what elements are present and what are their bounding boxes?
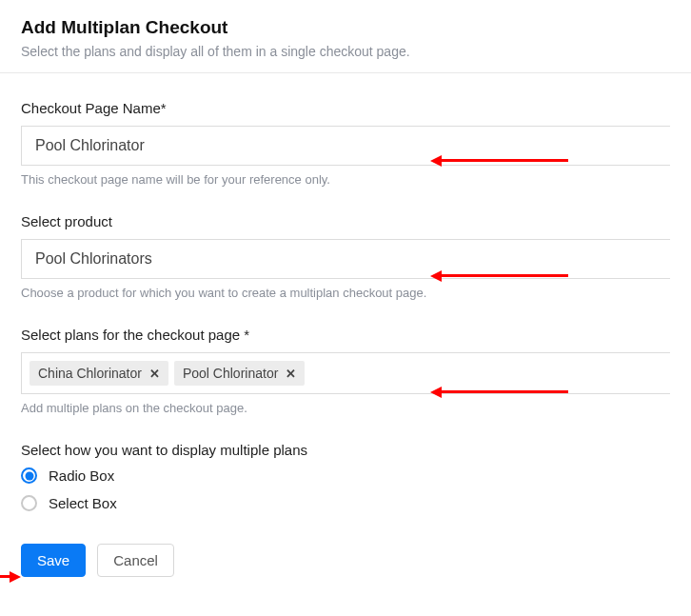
checkout-page-name-input[interactable]: [21, 126, 670, 166]
field-checkout-page-name: Checkout Page Name* This checkout page n…: [21, 100, 670, 187]
save-button[interactable]: Save: [21, 544, 86, 577]
plans-tag-input[interactable]: China Chlorinator ✕ Pool Chlorinator ✕: [21, 352, 670, 394]
annotation-arrow-icon: [0, 575, 11, 578]
page-header: Add Multiplan Checkout Select the plans …: [0, 0, 691, 72]
radio-option-radio-box[interactable]: Radio Box: [21, 467, 670, 484]
radio-option-label: Radio Box: [49, 467, 114, 484]
plan-tag: Pool Chlorinator ✕: [174, 361, 305, 386]
display-mode-label: Select how you want to display multiple …: [21, 442, 670, 458]
page-subtitle: Select the plans and display all of them…: [21, 44, 670, 59]
remove-tag-icon[interactable]: ✕: [149, 367, 160, 381]
field-select-plans: Select plans for the checkout page * Chi…: [21, 327, 670, 415]
display-mode-radio-group: Radio Box Select Box: [21, 467, 670, 511]
checkout-page-name-help: This checkout page name will be for your…: [21, 172, 670, 187]
remove-tag-icon[interactable]: ✕: [286, 367, 296, 381]
multiplan-form: Checkout Page Name* This checkout page n…: [0, 73, 691, 511]
plan-tag-label: Pool Chlorinator: [183, 366, 278, 381]
field-display-mode: Select how you want to display multiple …: [21, 442, 670, 511]
annotation-arrow-icon: [440, 159, 568, 162]
radio-icon: [21, 495, 37, 511]
select-plans-help: Add multiple plans on the checkout page.: [21, 401, 670, 415]
checkout-page-name-label: Checkout Page Name*: [21, 100, 670, 116]
select-product-help: Choose a product for which you want to c…: [21, 286, 670, 300]
form-actions: Save Cancel: [0, 544, 691, 577]
radio-option-label: Select Box: [49, 495, 117, 511]
product-select[interactable]: Pool Chlorinators: [21, 239, 670, 279]
page-title: Add Multiplan Checkout: [21, 17, 670, 38]
plan-tag-label: China Chlorinator: [38, 366, 142, 381]
plan-tag: China Chlorinator ✕: [30, 361, 168, 386]
radio-option-select-box[interactable]: Select Box: [21, 495, 670, 511]
select-product-label: Select product: [21, 213, 670, 229]
field-select-product: Select product Pool Chlorinators Choose …: [21, 213, 670, 300]
cancel-button[interactable]: Cancel: [97, 544, 174, 577]
select-plans-label: Select plans for the checkout page *: [21, 327, 670, 343]
annotation-arrow-icon: [440, 390, 568, 393]
annotation-arrow-icon: [440, 274, 568, 277]
radio-icon: [21, 467, 37, 484]
